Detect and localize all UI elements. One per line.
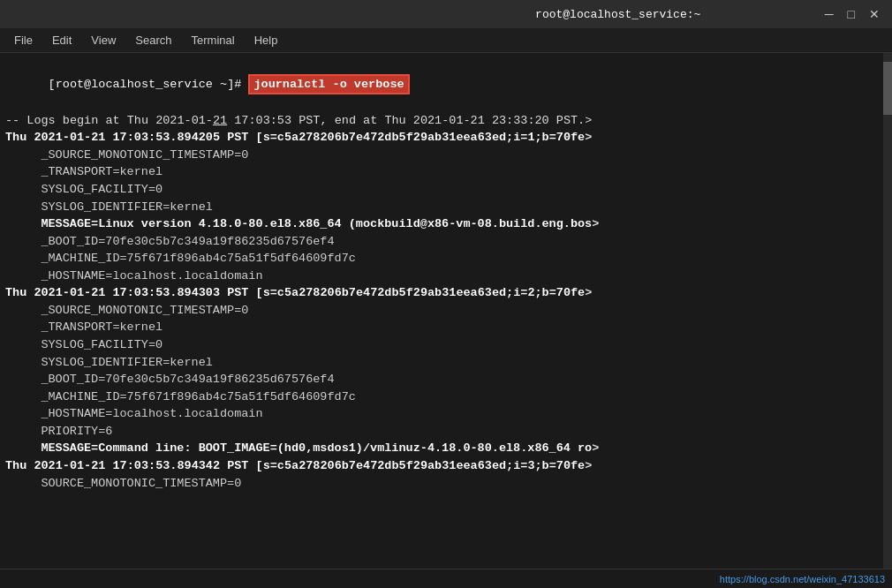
log-field-2-message: MESSAGE=Command line: BOOT_IMAGE=(hd0,ms… <box>5 440 887 457</box>
menu-file[interactable]: File <box>5 32 42 49</box>
scrollbar-thumb[interactable] <box>883 62 892 115</box>
window-title: root@localhost_service:~ <box>415 8 821 21</box>
terminal-body[interactable]: [root@localhost_service ~]# journalctl -… <box>0 53 892 569</box>
menu-terminal[interactable]: Terminal <box>183 32 244 49</box>
menu-help[interactable]: Help <box>246 32 287 49</box>
menu-edit[interactable]: Edit <box>43 32 80 49</box>
log-field-1-4: SYSLOG_IDENTIFIER=kernel <box>5 199 887 216</box>
log-field-1-message: MESSAGE=Linux version 4.18.0-80.el8.x86_… <box>5 215 887 233</box>
log-field-2-1: _SOURCE_MONOTONIC_TIMESTAMP=0 <box>5 302 887 320</box>
prompt-text: [root@localhost_service ~]# <box>49 78 249 91</box>
log-field-3-1: SOURCE_MONOTONIC_TIMESTAMP=0 <box>5 475 887 493</box>
log-field-2-bootid: _BOOT_ID=70fe30c5b7c349a19f86235d67576ef… <box>5 371 887 388</box>
log-header-line: -- Logs begin at Thu 2021-01-21 17:03:53… <box>5 112 887 130</box>
menu-search[interactable]: Search <box>126 32 180 49</box>
window-controls: ─ □ ✕ <box>821 8 883 20</box>
command-highlight: journalctl -o verbose <box>248 74 409 95</box>
log-field-2-2: _TRANSPORT=kernel <box>5 319 887 336</box>
menu-bar: File Edit View Search Terminal Help <box>0 28 892 53</box>
log-entry-1-main: Thu 2021-01-21 17:03:53.894205 PST [s=c5… <box>5 129 887 147</box>
log-field-2-hostname: _HOSTNAME=localhost.localdomain <box>5 405 887 423</box>
command-line: [root@localhost_service ~]# journalctl -… <box>5 57 887 112</box>
maximize-button[interactable]: □ <box>844 8 858 20</box>
log-field-1-bootid: _BOOT_ID=70fe30c5b7c349a19f86235d67576ef… <box>5 233 887 251</box>
status-url: https://blog.csdn.net/weixin_47133613 <box>720 574 885 584</box>
log-field-1-machineid: _MACHINE_ID=75f671f896ab4c75a51f5df64609… <box>5 250 887 268</box>
log-field-2-3: SYSLOG_FACILITY=0 <box>5 336 887 354</box>
terminal-window: root@localhost_service:~ ─ □ ✕ File Edit… <box>0 0 892 588</box>
log-field-1-2: _TRANSPORT=kernel <box>5 163 887 181</box>
log-entry-3-main: Thu 2021-01-21 17:03:53.894342 PST [s=c5… <box>5 457 887 475</box>
status-bar: https://blog.csdn.net/weixin_47133613 <box>0 569 892 588</box>
scrollbar[interactable] <box>883 53 892 569</box>
log-field-1-hostname: _HOSTNAME=localhost.localdomain <box>5 268 887 285</box>
menu-view[interactable]: View <box>82 32 125 49</box>
log-field-1-1: _SOURCE_MONOTONIC_TIMESTAMP=0 <box>5 147 887 164</box>
log-field-1-3: SYSLOG_FACILITY=0 <box>5 181 887 199</box>
minimize-button[interactable]: ─ <box>821 8 837 20</box>
title-bar: root@localhost_service:~ ─ □ ✕ <box>0 0 892 28</box>
log-entry-2-main: Thu 2021-01-21 17:03:53.894303 PST [s=c5… <box>5 284 887 302</box>
close-button[interactable]: ✕ <box>866 8 883 20</box>
log-field-2-priority: PRIORITY=6 <box>5 423 887 441</box>
log-field-2-machineid: _MACHINE_ID=75f671f896ab4c75a51f5df64609… <box>5 388 887 406</box>
log-field-2-4: SYSLOG_IDENTIFIER=kernel <box>5 354 887 372</box>
